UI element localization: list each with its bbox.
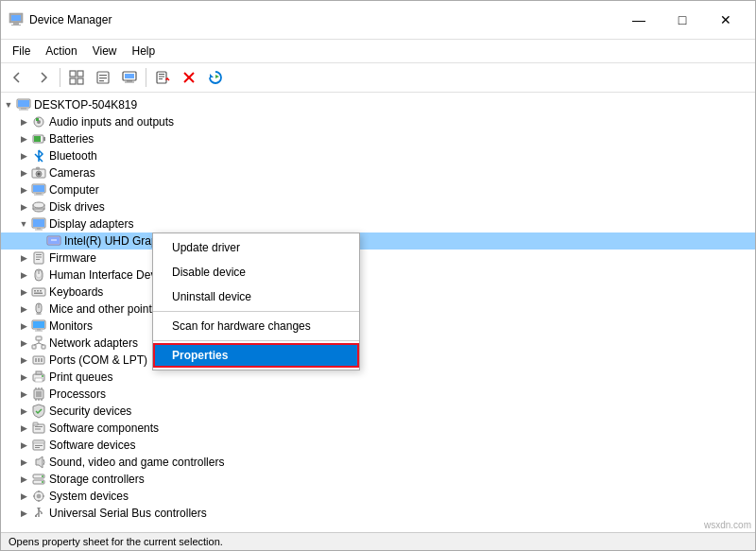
menu-action[interactable]: Action (38, 42, 84, 60)
update-button[interactable] (203, 66, 228, 89)
cameras-expand-icon[interactable]: ▶ (16, 165, 31, 181)
software-dev-expand-icon[interactable]: ▶ (16, 438, 31, 453)
print-expand-icon[interactable]: ▶ (16, 370, 31, 385)
mice-expand-icon[interactable]: ▶ (16, 301, 31, 317)
tree-item-sound[interactable]: ▶ Sound, video and game controllers (1, 454, 755, 471)
svg-rect-9 (99, 75, 107, 76)
properties-button[interactable] (91, 66, 115, 89)
software-comp-expand-icon[interactable]: ▶ (16, 421, 31, 436)
context-disable-device[interactable]: Disable device (153, 260, 359, 284)
system-expand-icon[interactable]: ▶ (16, 489, 31, 504)
tree-item-intel[interactable]: Intel(R) UHD Graphics (1, 232, 755, 250)
computer-label: Computer (49, 183, 99, 197)
svg-rect-73 (42, 345, 45, 349)
storage-label: Storage controllers (49, 473, 145, 486)
maximize-button[interactable]: □ (661, 7, 704, 33)
storage-icon (31, 472, 46, 487)
disk-expand-icon[interactable]: ▶ (16, 199, 31, 215)
tree-item-system[interactable]: ▶ System devices (1, 488, 755, 505)
usb-expand-icon[interactable]: ▶ (16, 506, 31, 521)
svg-rect-54 (36, 257, 42, 258)
tree-item-usb[interactable]: ▶ Universal Serial Bus controllers (1, 505, 755, 522)
security-expand-icon[interactable]: ▶ (16, 404, 31, 419)
tree-item-bluetooth[interactable]: ▶ Bluetooth (1, 147, 755, 164)
svg-rect-94 (33, 422, 38, 425)
svg-marker-117 (37, 508, 41, 510)
disk-icon (31, 199, 46, 215)
system-icon (31, 489, 46, 504)
monitors-expand-icon[interactable]: ▶ (16, 319, 31, 334)
hid-expand-icon[interactable]: ▶ (16, 267, 31, 283)
svg-rect-53 (36, 254, 42, 255)
context-menu-separator (153, 311, 359, 312)
tree-view[interactable]: ▼ DESKTOP-504K819 ▶ (1, 93, 755, 532)
context-update-driver[interactable]: Update driver (153, 235, 359, 260)
firmware-expand-icon[interactable]: ▶ (16, 250, 31, 266)
ports-expand-icon[interactable]: ▶ (16, 353, 31, 368)
bluetooth-expand-icon[interactable]: ▶ (16, 148, 31, 164)
tree-root[interactable]: ▼ DESKTOP-504K819 (1, 96, 755, 113)
network-expand-icon[interactable]: ▶ (16, 336, 31, 351)
keyboards-icon (31, 284, 46, 300)
status-text: Opens property sheet for the current sel… (9, 536, 223, 547)
context-properties[interactable]: Properties (153, 343, 359, 368)
close-button[interactable]: ✕ (704, 7, 747, 33)
tree-item-ports[interactable]: ▶ Ports (COM & LPT) (1, 352, 755, 369)
cameras-icon (31, 165, 46, 181)
menu-file[interactable]: File (5, 42, 38, 60)
tree-item-processors[interactable]: ▶ Processors (1, 386, 755, 403)
svg-rect-69 (37, 329, 41, 331)
computer-expand-icon[interactable]: ▶ (16, 182, 31, 198)
keyboards-expand-icon[interactable]: ▶ (16, 284, 31, 300)
processors-label: Processors (49, 387, 106, 401)
batteries-icon (31, 131, 46, 146)
tree-item-batteries[interactable]: ▶ Batteries (1, 130, 755, 147)
minimize-button[interactable]: — (617, 7, 661, 33)
tree-item-cameras[interactable]: ▶ Cameras (1, 164, 755, 181)
tree-item-storage[interactable]: ▶ Storage controllers (1, 471, 755, 488)
audio-expand-icon[interactable]: ▶ (16, 114, 31, 129)
svg-point-84 (42, 375, 43, 377)
tree-item-mice[interactable]: ▶ Mice and other pointing devices (1, 301, 755, 318)
tree-item-monitors[interactable]: ▶ Monitors (1, 318, 755, 335)
root-expand-icon[interactable]: ▼ (1, 97, 16, 112)
show-hidden-button[interactable] (64, 66, 89, 89)
svg-rect-86 (36, 391, 42, 397)
svg-rect-7 (77, 78, 83, 84)
tree-item-software-dev[interactable]: ▶ Software devices (1, 437, 755, 454)
tree-item-display[interactable]: ▼ Display adapters (1, 215, 755, 232)
context-scan[interactable]: Scan for hardware changes (153, 314, 359, 338)
device-manager-window: Device Manager — □ ✕ File Action View He… (0, 0, 756, 551)
software-dev-icon (31, 438, 46, 453)
tree-item-network[interactable]: ▶ Network adapters (1, 335, 755, 352)
processors-expand-icon[interactable]: ▶ (16, 387, 31, 402)
back-button[interactable] (5, 66, 29, 89)
intel-expand-space (31, 233, 46, 249)
batteries-expand-icon[interactable]: ▶ (16, 131, 31, 146)
tree-item-audio[interactable]: ▶ Audio inputs and outputs (1, 113, 755, 130)
computer-button[interactable] (117, 66, 142, 89)
menu-view[interactable]: View (85, 42, 125, 60)
hid-icon (31, 267, 46, 283)
tree-item-print[interactable]: ▶ Print queues (1, 369, 755, 386)
tree-item-keyboards[interactable]: ▶ Keyboards (1, 284, 755, 301)
storage-expand-icon[interactable]: ▶ (16, 472, 31, 487)
ports-label: Ports (COM & LPT) (49, 353, 147, 367)
svg-rect-68 (33, 321, 44, 328)
tree-item-security[interactable]: ▶ Security devices (1, 403, 755, 420)
scan-button[interactable] (150, 66, 175, 89)
menu-help[interactable]: Help (125, 42, 163, 60)
tree-item-software-comp[interactable]: ▶ Software components (1, 420, 755, 437)
context-uninstall-device[interactable]: Uninstall device (153, 284, 359, 309)
tree-item-disk[interactable]: ▶ Disk drives (1, 198, 755, 215)
tree-item-hid[interactable]: ▶ Human Interface Devices (1, 267, 755, 284)
display-expand-icon[interactable]: ▼ (16, 216, 31, 232)
forward-button[interactable] (31, 66, 56, 89)
tree-item-firmware[interactable]: ▶ Firmware (1, 250, 755, 267)
uninstall-button[interactable] (177, 66, 201, 89)
tree-item-computer[interactable]: ▶ Computer (1, 181, 755, 198)
sound-expand-icon[interactable]: ▶ (16, 455, 31, 470)
svg-rect-98 (33, 440, 44, 443)
svg-rect-28 (19, 110, 28, 111)
network-icon (31, 336, 46, 351)
